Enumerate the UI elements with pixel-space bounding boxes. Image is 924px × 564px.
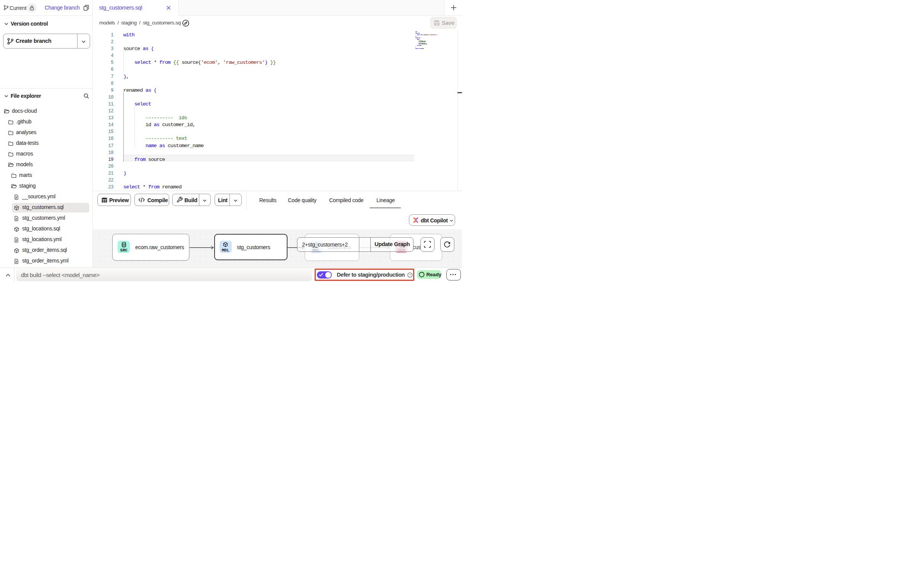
svg-text:?: ? [409, 274, 411, 277]
